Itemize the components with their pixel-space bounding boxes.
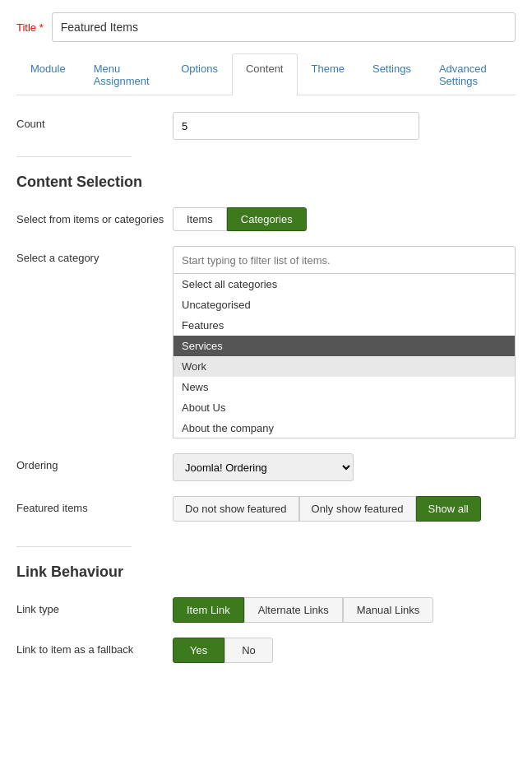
link-behaviour-divider: [16, 546, 132, 547]
link-fallback-control: Yes No: [173, 638, 516, 663]
items-categories-control: Items Categories: [173, 207, 516, 231]
show-all-button[interactable]: Show all: [416, 496, 481, 522]
link-fallback-label: Link to item as a fallback: [16, 638, 173, 656]
page-container: Title * Module Menu Assignment Options C…: [0, 0, 532, 690]
category-item-all[interactable]: Select all categories: [173, 274, 515, 295]
link-behaviour-heading: Link Behaviour: [16, 564, 516, 581]
tab-theme[interactable]: Theme: [298, 53, 359, 95]
manual-links-button[interactable]: Manual Links: [343, 597, 434, 623]
no-button[interactable]: No: [224, 638, 273, 663]
title-label: Title *: [16, 21, 44, 34]
yes-button[interactable]: Yes: [173, 638, 224, 663]
items-button[interactable]: Items: [173, 207, 227, 231]
count-label: Count: [16, 112, 173, 130]
title-row: Title *: [16, 12, 516, 42]
select-category-row: Select a category Select all categories …: [16, 246, 516, 438]
category-item-services[interactable]: Services: [173, 336, 515, 356]
tab-module[interactable]: Module: [16, 53, 80, 95]
link-type-row: Link type Item Link Alternate Links Manu…: [16, 597, 516, 623]
count-input[interactable]: [173, 112, 419, 140]
select-from-label: Select from items or categories: [16, 207, 173, 225]
tab-settings[interactable]: Settings: [359, 53, 425, 95]
tab-bar: Module Menu Assignment Options Content T…: [16, 53, 516, 95]
link-fallback-row: Link to item as a fallback Yes No: [16, 638, 516, 663]
content-selection-heading: Content Selection: [16, 174, 516, 191]
title-input[interactable]: [52, 12, 516, 42]
tab-advanced-settings[interactable]: Advanced Settings: [425, 53, 516, 95]
category-item-about-company[interactable]: About the company: [173, 418, 515, 438]
featured-items-control: Do not show featured Only show featured …: [173, 496, 516, 522]
category-control: Select all categories Uncategorised Feat…: [173, 246, 516, 438]
content-selection-divider: [16, 156, 132, 157]
category-item-work[interactable]: Work: [173, 356, 515, 377]
count-row: Count: [16, 112, 516, 140]
do-not-show-featured-button[interactable]: Do not show featured: [173, 496, 299, 522]
tab-menu-assignment[interactable]: Menu Assignment: [80, 53, 168, 95]
alternate-links-button[interactable]: Alternate Links: [244, 597, 343, 623]
only-show-featured-button[interactable]: Only show featured: [299, 496, 416, 522]
link-type-control: Item Link Alternate Links Manual Links: [173, 597, 516, 623]
select-from-row: Select from items or categories Items Ca…: [16, 207, 516, 231]
category-filter-input[interactable]: [173, 246, 516, 274]
items-categories-btn-group: Items Categories: [173, 207, 307, 231]
featured-items-row: Featured items Do not show featured Only…: [16, 496, 516, 522]
category-list: Select all categories Uncategorised Feat…: [173, 274, 516, 438]
category-item-uncategorised[interactable]: Uncategorised: [173, 295, 515, 315]
category-item-news[interactable]: News: [173, 377, 515, 397]
item-link-button[interactable]: Item Link: [173, 597, 244, 623]
required-marker: *: [39, 21, 44, 34]
select-category-label: Select a category: [16, 246, 173, 264]
categories-button[interactable]: Categories: [227, 207, 307, 231]
link-type-label: Link type: [16, 597, 173, 615]
count-control: [173, 112, 516, 140]
category-item-features[interactable]: Features: [173, 315, 515, 336]
category-item-about-us[interactable]: About Us: [173, 397, 515, 418]
ordering-control: Joomla! Ordering Title Date Random: [173, 453, 516, 481]
ordering-row: Ordering Joomla! Ordering Title Date Ran…: [16, 453, 516, 481]
tab-content[interactable]: Content: [232, 53, 298, 95]
ordering-label: Ordering: [16, 453, 173, 471]
ordering-select[interactable]: Joomla! Ordering Title Date Random: [173, 453, 354, 481]
featured-items-label: Featured items: [16, 496, 173, 514]
tab-options[interactable]: Options: [167, 53, 232, 95]
